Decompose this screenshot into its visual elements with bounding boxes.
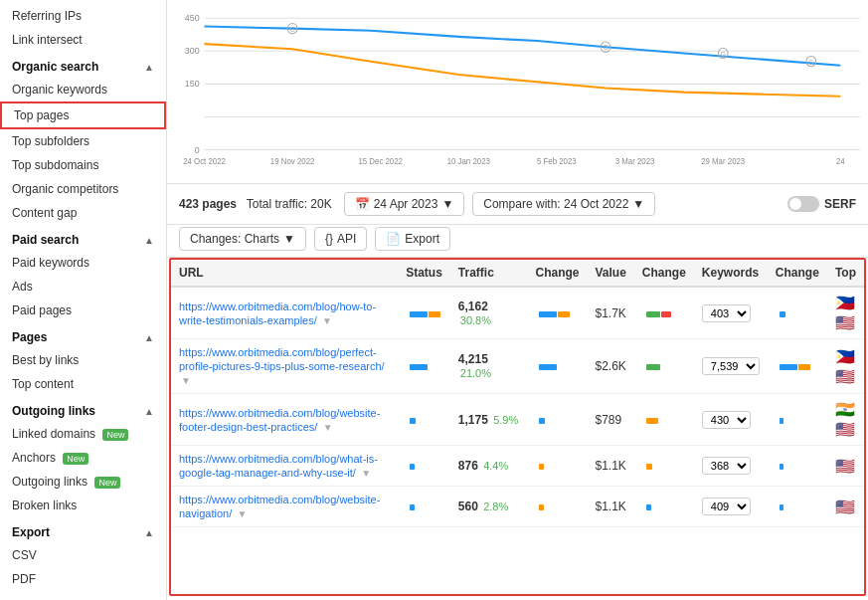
api-button[interactable]: {} API — [314, 227, 367, 251]
sidebar-item-top-pages[interactable]: Top pages — [0, 101, 166, 129]
change-keywords-cell — [768, 446, 827, 487]
flags-cell: 🇺🇸 — [827, 446, 864, 487]
change-traffic-cell — [527, 339, 587, 394]
url-link[interactable]: https://www.orbitmedia.com/blog/website-… — [179, 494, 380, 519]
sidebar-item-top-content[interactable]: Top content — [0, 372, 166, 396]
sidebar-item-organic-keywords[interactable]: Organic keywords — [0, 78, 166, 101]
expand-icon[interactable]: ▼ — [322, 315, 332, 326]
sidebar-item-link-intersect[interactable]: Link intersect — [0, 28, 166, 52]
expand-icon[interactable]: ▼ — [323, 422, 333, 433]
chevron-down-icon: ▼ — [283, 232, 295, 246]
toggle-track[interactable] — [787, 196, 819, 212]
toolbar-row2: Changes: Charts ▼ {} API 📄 Export — [167, 225, 868, 258]
keywords-cell: 7,539 — [694, 339, 768, 394]
chevron-up-icon: ▲ — [144, 406, 154, 417]
url-cell[interactable]: https://www.orbitmedia.com/blog/what-is-… — [171, 446, 398, 487]
flags-cell: 🇵🇭🇺🇸 — [827, 339, 864, 394]
value-cell: $2.6K — [587, 339, 633, 394]
svg-text:150: 150 — [185, 79, 200, 89]
section-label: Organic search — [12, 60, 98, 74]
url-link[interactable]: https://www.orbitmedia.com/blog/how-to-w… — [179, 300, 376, 326]
svg-text:29 Mar 2023: 29 Mar 2023 — [701, 157, 746, 166]
expand-icon[interactable]: ▼ — [181, 375, 191, 386]
results-table: URL Status Traffic Change Value Change K… — [169, 258, 866, 596]
traffic-cell: 876 4.4% — [450, 446, 528, 487]
col-traffic[interactable]: Traffic — [450, 260, 528, 287]
col-top[interactable]: Top — [827, 260, 864, 287]
change-traffic-cell — [527, 394, 587, 446]
chevron-up-icon: ▲ — [144, 62, 154, 73]
sidebar-item-outgoing-links[interactable]: Outgoing links New — [0, 470, 166, 494]
url-cell[interactable]: https://www.orbitmedia.com/blog/how-to-w… — [171, 287, 398, 339]
flags-cell: 🇺🇸 — [827, 487, 864, 527]
col-change-traffic[interactable]: Change — [527, 260, 587, 287]
keywords-select[interactable]: 403 — [702, 304, 751, 322]
url-link[interactable]: https://www.orbitmedia.com/blog/website-… — [179, 407, 380, 433]
url-link[interactable]: https://www.orbitmedia.com/blog/perfect-… — [179, 346, 385, 372]
sidebar-section-outgoing-links[interactable]: Outgoing links ▲ — [0, 396, 166, 422]
sidebar-item-best-by-links[interactable]: Best by links — [0, 348, 166, 372]
sidebar-section-export[interactable]: Export ▲ — [0, 517, 166, 543]
change-traffic-cell — [527, 487, 587, 527]
col-keywords[interactable]: Keywords — [694, 260, 768, 287]
sidebar-item-organic-competitors[interactable]: Organic competitors — [0, 177, 166, 201]
col-change-keywords[interactable]: Change — [768, 260, 827, 287]
toolbar: 423 pages Total traffic: 20K 📅 24 Apr 20… — [167, 184, 868, 225]
sidebar-section-organic-search[interactable]: Organic search ▲ — [0, 52, 166, 78]
chevron-down-icon: ▼ — [441, 197, 453, 211]
sidebar-item-paid-keywords[interactable]: Paid keywords — [0, 251, 166, 275]
change-keywords-cell — [768, 394, 827, 446]
url-cell[interactable]: https://www.orbitmedia.com/blog/website-… — [171, 487, 398, 527]
section-label: Export — [12, 525, 50, 539]
status-cell — [398, 446, 450, 487]
value-cell: $1.1K — [587, 487, 633, 527]
sidebar-item-anchors[interactable]: Anchors New — [0, 446, 166, 470]
date-picker-button[interactable]: 📅 24 Apr 2023 ▼ — [344, 192, 465, 216]
sidebar-item-top-subfolders[interactable]: Top subfolders — [0, 129, 166, 153]
keywords-cell: 430 — [694, 394, 768, 446]
sidebar-item-csv[interactable]: CSV — [0, 543, 166, 567]
svg-text:5 Feb 2023: 5 Feb 2023 — [537, 157, 577, 166]
main-content: 450 300 150 0 24 Oct 2022 19 Nov 2022 15… — [167, 0, 868, 600]
export-button[interactable]: 📄 Export — [375, 227, 450, 251]
serp-toggle[interactable]: SERF — [787, 196, 856, 212]
col-value[interactable]: Value — [587, 260, 633, 287]
calendar-icon: 📅 — [355, 197, 370, 211]
keywords-select[interactable]: 409 — [702, 498, 751, 515]
url-link[interactable]: https://www.orbitmedia.com/blog/what-is-… — [179, 453, 378, 479]
sidebar-section-pages[interactable]: Pages ▲ — [0, 322, 166, 348]
table-row: https://www.orbitmedia.com/blog/website-… — [171, 394, 864, 446]
section-label: Pages — [12, 330, 47, 344]
expand-icon[interactable]: ▼ — [238, 508, 248, 519]
sidebar-item-pdf[interactable]: PDF — [0, 567, 166, 591]
expand-icon[interactable]: ▼ — [361, 468, 371, 479]
pages-count: 423 pages Total traffic: 20K — [179, 197, 332, 211]
keywords-select[interactable]: 7,539 — [702, 357, 760, 375]
section-label: Paid search — [12, 233, 79, 247]
sidebar-item-content-gap[interactable]: Content gap — [0, 201, 166, 225]
sidebar-item-referring-ips[interactable]: Referring IPs — [0, 4, 166, 28]
keywords-select[interactable]: 368 — [702, 457, 751, 475]
section-label: Outgoing links — [12, 404, 95, 418]
change-value-cell — [634, 487, 694, 527]
keywords-select[interactable]: 430 — [702, 411, 751, 429]
col-status[interactable]: Status — [398, 260, 450, 287]
traffic-cell: 560 2.8% — [450, 487, 528, 527]
table-row: https://www.orbitmedia.com/blog/perfect-… — [171, 339, 864, 394]
sidebar-item-paid-pages[interactable]: Paid pages — [0, 299, 166, 322]
url-cell[interactable]: https://www.orbitmedia.com/blog/website-… — [171, 394, 398, 446]
sidebar-item-top-subdomains[interactable]: Top subdomains — [0, 153, 166, 177]
sidebar-item-ads[interactable]: Ads — [0, 275, 166, 299]
url-cell[interactable]: https://www.orbitmedia.com/blog/perfect-… — [171, 339, 398, 394]
table-row: https://www.orbitmedia.com/blog/what-is-… — [171, 446, 864, 487]
col-url[interactable]: URL — [171, 260, 398, 287]
sidebar-section-paid-search[interactable]: Paid search ▲ — [0, 225, 166, 251]
sidebar-item-linked-domains[interactable]: Linked domains New — [0, 422, 166, 446]
change-value-cell — [634, 287, 694, 339]
col-change-value[interactable]: Change — [634, 260, 694, 287]
sidebar-item-broken-links[interactable]: Broken links — [0, 494, 166, 517]
changes-charts-button[interactable]: Changes: Charts ▼ — [179, 227, 306, 251]
compare-button[interactable]: Compare with: 24 Oct 2022 ▼ — [472, 192, 655, 216]
status-cell — [398, 487, 450, 527]
flags-cell: 🇮🇳🇺🇸 — [827, 394, 864, 446]
